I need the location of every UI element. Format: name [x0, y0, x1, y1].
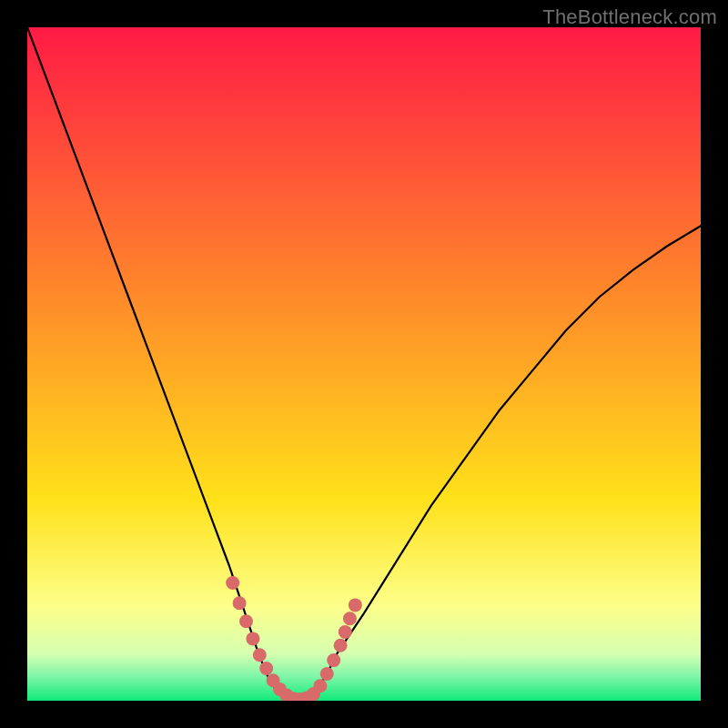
valley-dot	[320, 667, 334, 681]
valley-dot	[233, 596, 247, 610]
valley-dot	[226, 576, 239, 590]
valley-dot	[349, 598, 362, 612]
plot-background	[27, 27, 701, 701]
valley-dot	[313, 679, 327, 693]
valley-dot	[239, 614, 253, 628]
valley-dot	[339, 625, 352, 639]
valley-dot	[343, 612, 357, 625]
valley-dot	[246, 632, 259, 645]
valley-dot	[259, 662, 273, 675]
chart-stage: TheBottleneck.com	[0, 0, 728, 728]
valley-dot	[334, 639, 348, 652]
valley-dot	[253, 648, 267, 662]
valley-dot	[327, 653, 340, 667]
watermark-label: TheBottleneck.com	[542, 5, 717, 29]
bottleneck-plot	[27, 27, 701, 701]
